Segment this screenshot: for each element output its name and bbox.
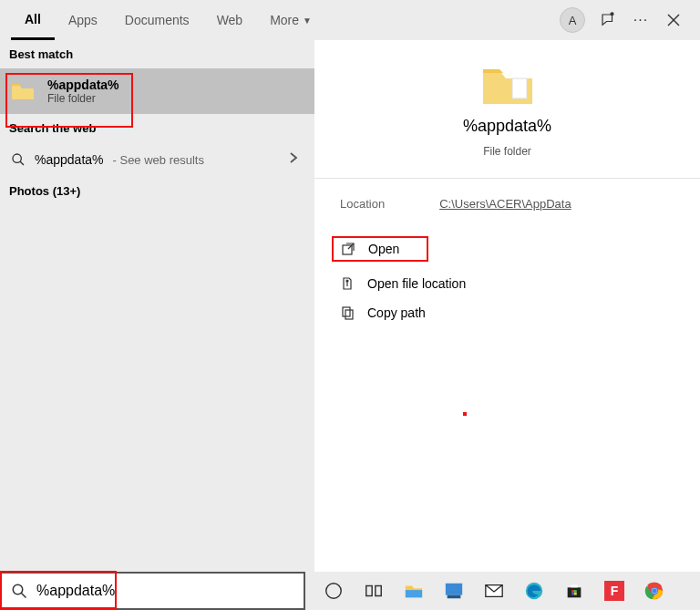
svg-rect-14 xyxy=(366,586,372,596)
bottom-bar: F xyxy=(0,572,700,610)
svg-line-12 xyxy=(21,593,26,597)
svg-line-7 xyxy=(348,243,354,249)
file-explorer-icon[interactable] xyxy=(404,581,424,601)
preview-subtitle: File folder xyxy=(483,145,531,158)
best-match-result[interactable]: %appdata% File folder xyxy=(0,68,314,114)
tab-web[interactable]: Web xyxy=(203,0,257,40)
app-icon-2[interactable]: F xyxy=(604,581,624,601)
action-copy-path[interactable]: Copy path xyxy=(331,298,684,327)
taskbar: F xyxy=(305,572,700,610)
app-icon-1[interactable] xyxy=(444,581,464,601)
svg-rect-19 xyxy=(571,590,574,593)
search-header: All Apps Documents Web More ▼ A ··· xyxy=(0,0,700,40)
location-icon xyxy=(340,276,355,291)
task-view-icon[interactable] xyxy=(364,581,384,601)
tab-documents[interactable]: Documents xyxy=(111,0,203,40)
close-icon[interactable] xyxy=(664,10,684,30)
web-result[interactable]: %appdata% - See web results xyxy=(0,142,314,177)
search-input[interactable] xyxy=(36,583,294,599)
action-open-location-label: Open file location xyxy=(367,276,466,291)
web-suffix: - See web results xyxy=(113,153,204,167)
svg-point-13 xyxy=(326,584,342,599)
svg-rect-9 xyxy=(343,307,350,316)
search-box[interactable] xyxy=(0,572,305,610)
svg-point-8 xyxy=(346,280,348,282)
chevron-down-icon: ▼ xyxy=(303,16,312,26)
chevron-right-icon xyxy=(289,151,298,168)
more-options-icon[interactable]: ··· xyxy=(631,10,651,30)
svg-point-11 xyxy=(13,584,23,594)
svg-rect-5 xyxy=(512,78,527,98)
cortana-icon[interactable] xyxy=(324,581,344,601)
feedback-icon[interactable] xyxy=(598,10,618,30)
store-icon[interactable] xyxy=(564,581,584,601)
folder-large-icon xyxy=(481,64,534,108)
search-icon xyxy=(11,152,26,167)
action-open[interactable]: Open xyxy=(331,229,684,269)
annotation-dot xyxy=(463,412,467,416)
svg-rect-20 xyxy=(574,590,577,593)
action-open-location[interactable]: Open file location xyxy=(331,269,684,298)
preview-panel: %appdata% File folder Location C:\Users\… xyxy=(314,40,700,610)
tab-apps[interactable]: Apps xyxy=(55,0,111,40)
edge-icon[interactable] xyxy=(524,581,544,601)
location-row: Location C:\Users\ACER\AppData xyxy=(314,179,700,229)
results-panel: Best match %appdata% File folder Search … xyxy=(0,40,314,610)
open-icon xyxy=(341,242,355,256)
mail-icon[interactable] xyxy=(484,581,504,601)
tab-more-label: More xyxy=(270,13,299,27)
svg-point-0 xyxy=(611,13,613,16)
tab-more[interactable]: More ▼ xyxy=(256,0,325,40)
action-open-label: Open xyxy=(368,242,399,256)
header-actions: A ··· xyxy=(560,0,700,40)
search-icon xyxy=(11,583,27,599)
location-label: Location xyxy=(340,197,385,211)
preview-title: %appdata% xyxy=(463,117,551,136)
svg-rect-15 xyxy=(376,586,381,596)
action-list: Open Open file location Copy path xyxy=(314,229,700,327)
svg-rect-22 xyxy=(574,593,577,595)
svg-point-3 xyxy=(13,154,21,162)
photos-label: Photos (13+) xyxy=(0,177,314,205)
svg-point-26 xyxy=(652,588,657,594)
action-copy-path-label: Copy path xyxy=(367,305,426,320)
svg-rect-21 xyxy=(571,593,574,595)
chrome-icon[interactable] xyxy=(644,581,664,601)
svg-rect-10 xyxy=(345,310,353,319)
best-match-title: %appdata% xyxy=(47,78,119,92)
best-match-label: Best match xyxy=(0,40,314,68)
folder-icon xyxy=(11,81,35,101)
tab-all[interactable]: All xyxy=(11,0,55,40)
best-match-text: %appdata% File folder xyxy=(47,78,119,105)
location-path[interactable]: C:\Users\ACER\AppData xyxy=(439,197,571,211)
svg-rect-17 xyxy=(448,595,461,599)
copy-icon xyxy=(340,305,355,320)
web-query: %appdata% xyxy=(35,152,104,167)
svg-line-4 xyxy=(20,161,24,165)
svg-rect-16 xyxy=(446,584,462,595)
search-web-label: Search the web xyxy=(0,114,314,142)
best-match-subtitle: File folder xyxy=(47,92,119,105)
user-avatar[interactable]: A xyxy=(560,7,585,33)
filter-tabs: All Apps Documents Web More ▼ xyxy=(11,0,325,40)
